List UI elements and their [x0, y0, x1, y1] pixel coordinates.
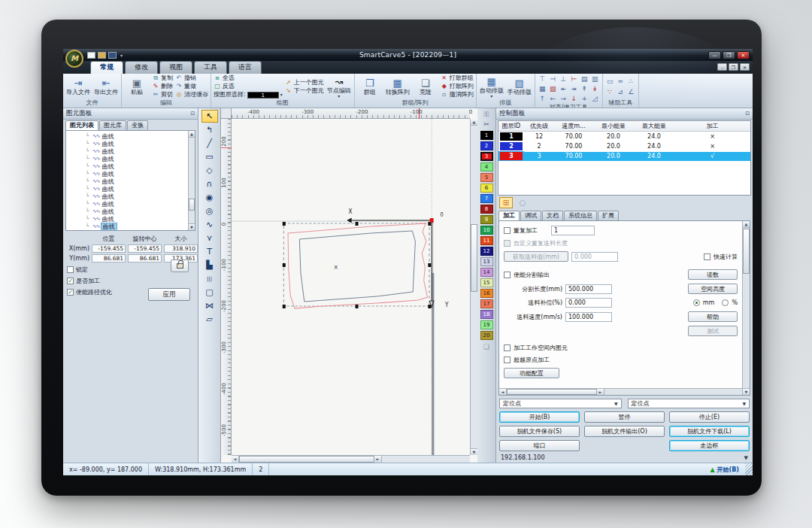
table-row[interactable]: 11270.0020.024.0× — [498, 132, 750, 141]
align-tool-icon-4[interactable]: ⊢ — [569, 74, 579, 83]
list-item-curve-12[interactable]: └∿∿曲线 — [86, 215, 195, 223]
selection-handles[interactable] — [283, 222, 432, 308]
barcode-tool[interactable]: ||| — [201, 272, 218, 285]
feed-value-field[interactable]: 0.000 — [571, 252, 618, 262]
align-tool-icon-3[interactable]: ⊥ — [559, 74, 568, 83]
canvas-vscrollbar[interactable]: ▲ ▼ — [470, 119, 477, 455]
prev-element-button[interactable]: ➚上一个图元 — [285, 79, 324, 86]
invert-select-button[interactable]: ▢反选 — [214, 83, 283, 90]
by-layer-select[interactable]: 按图层选择: 1 ▾ — [214, 91, 283, 99]
y-position-field[interactable]: 86.681 — [92, 254, 126, 262]
palette-color-19[interactable]: 19 — [480, 320, 493, 329]
aux-tool-icon-5[interactable]: ⊿ — [616, 87, 626, 97]
auto-layout-button[interactable]: ▦ 自动排版 ▾ — [479, 76, 504, 98]
list-item-curve-13[interactable]: └∿∿曲线 — [86, 223, 195, 230]
custom-feed-checkbox[interactable] — [504, 240, 511, 247]
palette-color-13[interactable]: 13 — [480, 257, 493, 266]
copy-button[interactable]: ⧉复制 — [152, 74, 173, 82]
x-position-field[interactable]: -159.455 — [92, 244, 126, 253]
circle-tool[interactable]: ◉ — [201, 191, 218, 204]
lock-checkbox[interactable] — [67, 266, 74, 273]
aux-tool-icon-2[interactable]: ≈ — [616, 77, 626, 86]
spline-tool[interactable]: ∿ — [201, 218, 218, 231]
maximize-button[interactable]: ❐ — [723, 51, 735, 59]
pause-button[interactable]: 暂停 — [584, 411, 665, 423]
menu-tab-4[interactable]: 工具 — [194, 61, 227, 74]
text-tool[interactable]: T — [201, 245, 218, 258]
quick-access-caret-icon[interactable]: ▾ — [120, 53, 123, 58]
palette-color-5[interactable]: 5 — [480, 173, 493, 182]
list-item-curve-9[interactable]: └∿∿曲线 — [86, 193, 195, 200]
delete-button[interactable]: ✎删除 — [152, 83, 173, 90]
unit-mm-radio[interactable] — [693, 299, 700, 306]
select-tool[interactable]: ↖ — [201, 110, 218, 123]
origin-point[interactable] — [430, 218, 434, 223]
align-tool-icon-13[interactable]: ↑ — [538, 94, 547, 103]
port-button[interactable]: 端口 — [499, 440, 580, 451]
export-file-button[interactable]: ⇤ 导出文件 — [93, 77, 119, 96]
paste-button[interactable]: ▣ 粘贴 — [124, 77, 150, 96]
aux-tool-icon-3[interactable]: ∴ — [626, 77, 636, 86]
mdi-restore-button[interactable]: ❐ — [729, 63, 738, 71]
canvas-scroll-left-icon[interactable]: ◄ — [232, 456, 239, 463]
y-rotation-field[interactable]: 86.681 — [128, 254, 162, 262]
menu-tab-3[interactable]: 视图 — [159, 61, 192, 74]
rectangle-tool[interactable]: ▭ — [201, 150, 218, 163]
table-row[interactable]: 3370.0020.024.0√ — [498, 151, 750, 161]
space-height-button[interactable]: 空间高度 — [688, 284, 738, 294]
feed-comp-field[interactable]: 0.000 — [565, 298, 612, 308]
scroll-down-icon[interactable]: ▼ — [189, 223, 195, 230]
lock-button[interactable] — [171, 259, 189, 272]
align-tool-icon-7[interactable]: ▦ — [538, 84, 547, 93]
canvas-scroll-right-icon[interactable]: ► — [374, 456, 382, 463]
mdi-close-button[interactable]: ✕ — [740, 63, 750, 71]
process-checkbox-row[interactable]: 是否加工 — [67, 277, 194, 285]
ip-dropdown-icon[interactable]: ▼ — [744, 455, 748, 461]
palette-color-10[interactable]: 10 — [480, 226, 493, 235]
fork-tool[interactable]: ⋎ — [201, 232, 218, 244]
scroll-up-icon[interactable]: ▲ — [189, 131, 195, 138]
palette-color-16[interactable]: 16 — [480, 289, 493, 298]
palette-color-7[interactable]: 7 — [480, 194, 493, 203]
align-tool-icon-12[interactable]: ↡ — [590, 84, 600, 93]
control-tab-5[interactable]: 扩展 — [598, 211, 619, 220]
mdi-minimize-button[interactable]: – — [717, 63, 727, 71]
array-mode-icon[interactable]: ⊞ — [499, 197, 513, 208]
shape-outline-inner[interactable] — [299, 231, 415, 302]
list-item-curve-3[interactable]: └∿∿曲线 — [86, 147, 195, 155]
resize-grip[interactable] — [745, 463, 753, 475]
drawing-area[interactable]: X 0 Y × — [232, 119, 470, 455]
line-tool[interactable]: ╱ — [201, 137, 218, 150]
manual-layout-button[interactable]: ▧ 手动排版 — [507, 77, 532, 96]
element-panel-tab-3[interactable]: 变换 — [127, 120, 148, 130]
test-button[interactable]: 测试 — [688, 326, 738, 336]
align-tool-icon-11[interactable]: ↟ — [580, 84, 589, 93]
palette-color-11[interactable]: 11 — [480, 236, 493, 245]
next-element-button[interactable]: ➘下一个图元 — [285, 87, 324, 95]
palette-color-1[interactable]: 1 — [480, 131, 493, 140]
repeat-process-checkbox[interactable] — [504, 227, 511, 234]
undo-array-button[interactable]: ▫撤消阵列 — [441, 91, 474, 99]
palette-color-15[interactable]: 15 — [480, 278, 493, 287]
list-item-curve-1[interactable]: └∿∿曲线 — [86, 132, 195, 140]
width-field[interactable]: 318.910 — [164, 244, 198, 253]
split-length-field[interactable]: 500.000 — [565, 284, 612, 294]
align-tool-icon-5[interactable]: ▤ — [580, 74, 589, 83]
palette-color-9[interactable]: 9 — [480, 215, 493, 224]
apply-button[interactable]: 应用 — [148, 288, 190, 301]
palette-color-18[interactable]: 18 — [480, 310, 493, 319]
skew-tool[interactable]: ▱ — [201, 313, 218, 326]
settings-scroll-down-icon[interactable]: ▼ — [743, 388, 750, 395]
group-button[interactable]: ❒ 群组 — [357, 77, 383, 96]
workspace-only-checkbox[interactable] — [504, 344, 511, 351]
aux-tool-icon-4[interactable]: ∵ — [605, 87, 615, 97]
list-item-curve-5[interactable]: └∿∿曲线 — [86, 162, 195, 170]
canvas[interactable]: -400-300-200-1000100 2001000-100-200-300… — [221, 108, 477, 463]
align-tool-icon-1[interactable]: ⊤ — [538, 74, 547, 83]
menu-tab-5[interactable]: 语言 — [229, 61, 262, 74]
control-tab-1[interactable]: 加工 — [498, 211, 520, 220]
canvas-hscrollbar[interactable]: ◄ ► — [232, 455, 470, 463]
new-file-icon[interactable] — [87, 52, 95, 59]
align-tool-icon-15[interactable]: → — [559, 94, 568, 103]
layer-lock-icon[interactable]: ⚿ — [484, 110, 489, 120]
